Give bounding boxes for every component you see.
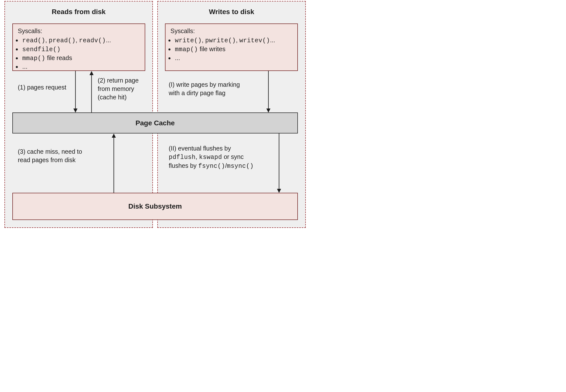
writes-syscalls-list: write(), pwrite(), writev()... mmap() fi… — [174, 36, 292, 62]
list-item: ... — [174, 54, 292, 62]
reads-syscalls-heading: Syscalls: — [18, 27, 140, 35]
writes-syscalls-box: Syscalls: write(), pwrite(), writev()...… — [165, 23, 298, 71]
page-cache-block: Page Cache — [12, 112, 298, 133]
list-item: mmap() file writes — [174, 45, 292, 54]
label-3: (3) cache miss, need toread pages from d… — [18, 148, 82, 164]
list-item: ... — [21, 63, 140, 71]
list-item: sendfile() — [21, 45, 140, 54]
writes-panel-title: Writes to disk — [158, 8, 305, 16]
label-II: (II) eventual flushes bypdflush, kswapd … — [169, 144, 254, 170]
diagram-canvas: Reads from disk Writes to disk Syscalls:… — [0, 0, 312, 229]
list-item: write(), pwrite(), writev()... — [174, 36, 292, 45]
reads-panel-title: Reads from disk — [5, 8, 152, 16]
disk-subsystem-block: Disk Subsystem — [12, 193, 298, 220]
list-item: mmap() file reads — [21, 54, 140, 63]
label-I: (I) write pages by markingwith a dirty p… — [169, 81, 240, 97]
list-item: read(), pread(), readv()... — [21, 36, 140, 45]
reads-syscalls-box: Syscalls: read(), pread(), readv()... se… — [12, 23, 145, 71]
label-2: (2) return pagefrom memory(cache hit) — [98, 76, 139, 101]
label-1: (1) pages request — [18, 83, 66, 92]
reads-syscalls-list: read(), pread(), readv()... sendfile() m… — [21, 36, 140, 71]
writes-syscalls-heading: Syscalls: — [170, 27, 292, 35]
